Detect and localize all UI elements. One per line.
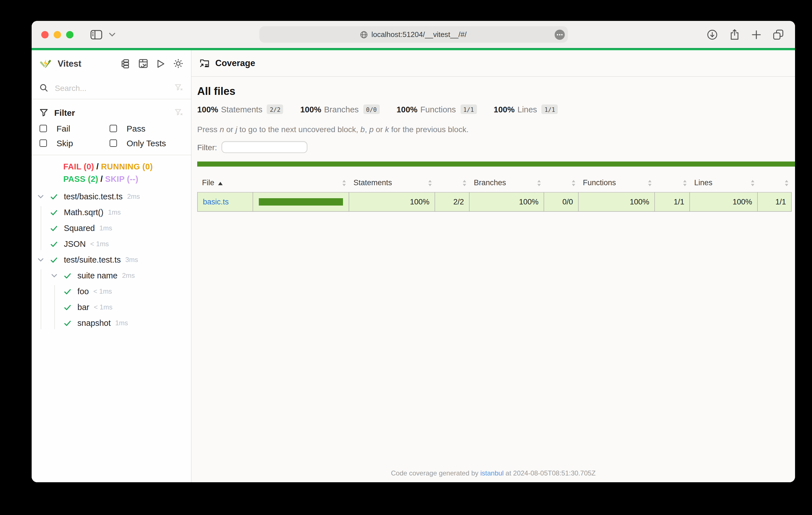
sort-icon[interactable] (537, 180, 541, 186)
check-icon (50, 240, 58, 248)
search-input[interactable] (54, 83, 175, 93)
tree-item-test[interactable]: snapshot 1ms (32, 315, 191, 331)
filter-option-pass[interactable]: Pass (110, 124, 191, 133)
sort-icon[interactable] (572, 180, 575, 186)
statements-pct-cell: 100% (349, 192, 435, 211)
fail-count: FAIL (0) (63, 162, 94, 171)
column-header-branches[interactable]: Branches (469, 174, 544, 192)
fraction-badge: 1/1 (542, 104, 558, 114)
minimize-window-button[interactable] (54, 31, 61, 38)
fail-label: Fail (57, 124, 70, 133)
branches-frac-cell: 0/0 (544, 192, 578, 211)
column-header-statements-frac[interactable] (435, 174, 469, 192)
report-heading: All files (197, 85, 795, 98)
tree-item-test[interactable]: Math.sqrt() 1ms (32, 205, 191, 220)
share-button[interactable] (729, 29, 740, 40)
fraction-badge: 0/0 (363, 104, 380, 114)
pass-checkbox[interactable] (110, 125, 117, 132)
fraction-badge: 2/2 (267, 104, 283, 114)
address-bar[interactable]: localhost:51204/__vitest__/#/ (259, 26, 568, 42)
sort-icon[interactable] (683, 180, 686, 186)
filter-option-only-tests[interactable]: Only Tests (110, 138, 191, 148)
column-header-statements[interactable]: Statements (349, 174, 435, 192)
istanbul-link[interactable]: istanbul (480, 469, 504, 477)
dashboard-view-icon[interactable] (139, 59, 148, 68)
browser-toolbar: localhost:51204/__vitest__/#/ (32, 21, 795, 48)
metric-statements: 100% Statements 2/2 (197, 104, 283, 114)
main-panel: Coverage All files 100% Statements 2/2 1… (192, 50, 795, 482)
tree-item-test[interactable]: bar < 1ms (32, 299, 191, 315)
only-tests-checkbox[interactable] (110, 140, 117, 147)
downloads-button[interactable] (707, 29, 718, 40)
traffic-lights (41, 31, 74, 38)
filter-options: Fail Pass Skip Only Tests (32, 120, 191, 148)
sidebar-toggle-icon[interactable] (90, 30, 102, 39)
clear-search-filter-icon[interactable] (175, 84, 183, 92)
lines-pct-cell: 100% (690, 192, 757, 211)
toolbar-actions (707, 29, 784, 40)
fail-checkbox[interactable] (39, 125, 47, 132)
skip-checkbox[interactable] (39, 140, 47, 147)
filter-icon (39, 108, 48, 117)
table-header-row: File Statements Branches Functions Lines (198, 174, 791, 192)
skip-count: SKIP (--) (105, 175, 138, 184)
filter-section: Filter Fail (32, 99, 191, 155)
sort-icon[interactable] (428, 180, 431, 186)
search-icon (39, 84, 48, 92)
check-icon (63, 303, 72, 311)
file-link[interactable]: basic.ts (203, 198, 229, 206)
check-icon (50, 255, 58, 264)
clear-filter-icon[interactable] (175, 108, 183, 117)
chevron-down-icon[interactable] (109, 32, 115, 36)
column-header-lines[interactable]: Lines (690, 174, 757, 192)
chevron-down-icon[interactable] (50, 274, 59, 277)
run-all-icon[interactable] (156, 59, 165, 68)
tree-item-test[interactable]: JSON < 1ms (32, 236, 191, 252)
coverage-status-line (197, 161, 795, 166)
sort-icon[interactable] (648, 180, 651, 186)
globe-icon (360, 30, 368, 38)
sort-icon[interactable] (342, 180, 346, 186)
sort-icon[interactable] (785, 180, 788, 186)
column-header-lines-frac[interactable] (757, 174, 791, 192)
istanbul-report: All files 100% Statements 2/2 100% Branc… (192, 77, 795, 482)
browser-window: localhost:51204/__vitest__/#/ (32, 21, 795, 482)
tree-item-suite[interactable]: suite name 2ms (32, 268, 191, 283)
coverage-filter-input[interactable] (222, 141, 308, 153)
zoom-window-button[interactable] (66, 31, 74, 38)
page-settings-button[interactable] (554, 29, 565, 40)
column-header-file[interactable]: File (198, 174, 253, 192)
tree-item-suite-test-file[interactable]: test/suite.test.ts 3ms (32, 252, 191, 268)
only-tests-label: Only Tests (126, 138, 166, 148)
chevron-down-icon[interactable] (36, 194, 45, 199)
filter-option-skip[interactable]: Skip (39, 138, 110, 148)
pass-label: Pass (126, 124, 145, 133)
theme-toggle-icon[interactable] (173, 59, 183, 68)
sort-icon[interactable] (751, 180, 754, 186)
column-header-branches-frac[interactable] (544, 174, 578, 192)
running-count: RUNNING (0) (101, 162, 153, 171)
column-header-chart[interactable] (253, 174, 349, 192)
filter-option-fail[interactable]: Fail (39, 124, 110, 133)
filter-title: Filter (54, 108, 175, 117)
column-header-functions-frac[interactable] (655, 174, 690, 192)
tree-view-icon[interactable] (120, 59, 130, 68)
tree-item-basic-test-file[interactable]: test/basic.test.ts 2ms (32, 189, 191, 205)
run-status-summary: FAIL (0)/RUNNING (0) PASS (2)/SKIP (--) (32, 155, 191, 187)
check-icon (63, 271, 72, 280)
app-title: Vitest (58, 58, 120, 69)
tree-item-test[interactable]: foo < 1ms (32, 283, 191, 299)
tree-item-test[interactable]: Squared 1ms (32, 220, 191, 236)
new-tab-button[interactable] (752, 30, 761, 39)
tab-overview-button[interactable] (773, 29, 784, 40)
close-window-button[interactable] (41, 31, 49, 38)
column-header-functions[interactable]: Functions (578, 174, 655, 192)
pass-count: PASS (2) (63, 175, 98, 184)
check-icon (63, 319, 72, 327)
statements-frac-cell: 2/2 (435, 192, 469, 211)
sort-ascending-icon (219, 182, 223, 185)
report-footer: Code coverage generated by istanbul at 2… (192, 469, 795, 477)
chevron-down-icon[interactable] (36, 258, 45, 262)
sort-icon[interactable] (463, 180, 466, 186)
metric-branches: 100% Branches 0/0 (300, 104, 380, 114)
